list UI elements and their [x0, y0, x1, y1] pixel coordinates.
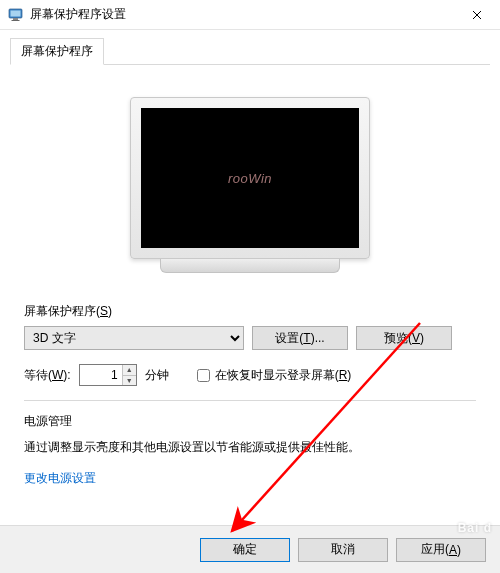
cancel-button[interactable]: 取消 [298, 538, 388, 562]
preview-text: rooWin [228, 171, 272, 186]
spinner-down-icon[interactable]: ▼ [123, 376, 136, 386]
window-title: 屏幕保护程序设置 [30, 6, 454, 23]
dialog-button-bar: 确定 取消 应用(A) [0, 525, 500, 573]
screensaver-select[interactable]: 3D 文字 [24, 326, 244, 350]
resume-checkbox[interactable] [197, 369, 210, 382]
wait-spinner[interactable]: ▲ ▼ [79, 364, 137, 386]
apply-button[interactable]: 应用(A) [396, 538, 486, 562]
preview-button[interactable]: 预览(V) [356, 326, 452, 350]
preview-area: rooWin [24, 77, 476, 303]
spinner-up-icon[interactable]: ▲ [123, 365, 136, 376]
screensaver-group-label: 屏幕保护程序(S) [24, 303, 476, 320]
wait-unit: 分钟 [145, 367, 169, 384]
app-icon [8, 7, 24, 23]
wait-label: 等待(W): [24, 367, 71, 384]
divider [24, 400, 476, 401]
settings-button[interactable]: 设置(T)... [252, 326, 348, 350]
titlebar: 屏幕保护程序设置 [0, 0, 500, 30]
wait-input[interactable] [80, 365, 122, 385]
power-settings-link[interactable]: 更改电源设置 [24, 470, 476, 487]
resume-checkbox-label[interactable]: 在恢复时显示登录屏幕(R) [197, 367, 352, 384]
svg-rect-2 [13, 18, 18, 20]
tab-bar: 屏幕保护程序 [10, 38, 490, 65]
monitor-graphic: rooWin [130, 97, 370, 273]
close-button[interactable] [454, 0, 500, 30]
tab-screensaver[interactable]: 屏幕保护程序 [10, 38, 104, 65]
svg-rect-3 [12, 20, 20, 21]
ok-button[interactable]: 确定 [200, 538, 290, 562]
svg-rect-1 [11, 10, 21, 16]
power-heading: 电源管理 [24, 413, 476, 430]
power-description: 通过调整显示亮度和其他电源设置以节省能源或提供最佳性能。 [24, 438, 476, 456]
